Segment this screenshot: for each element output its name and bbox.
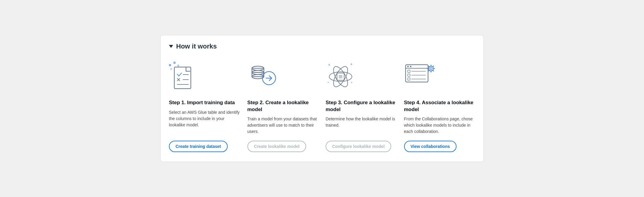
import-data-icon xyxy=(169,62,196,92)
panel-header: How it works xyxy=(169,43,475,50)
collapse-icon[interactable] xyxy=(169,45,173,48)
step-2: Step 2. Create a lookalike model Train a… xyxy=(247,59,319,152)
svg-rect-32 xyxy=(408,70,410,72)
step-1-title: Step 1. Import training data xyxy=(169,99,240,106)
svg-rect-28 xyxy=(406,65,428,82)
step-4-title: Step 4. Associate a lookalike model xyxy=(404,99,475,113)
step-4: Step 4. Associate a lookalike model From… xyxy=(404,59,475,152)
create-model-icon xyxy=(247,62,277,92)
svg-line-47 xyxy=(433,66,433,67)
svg-text:+: + xyxy=(328,62,330,67)
step-4-description: From the Collaborations page, chose whic… xyxy=(404,116,475,135)
configure-model-icon: + + + + xyxy=(326,60,356,93)
panel-title: How it works xyxy=(176,43,217,50)
associate-model-icon xyxy=(404,62,437,92)
steps-grid: Step 1. Import training data Select an A… xyxy=(169,59,475,152)
svg-rect-0 xyxy=(169,64,171,66)
step-3: + + + + Step 3. Configure a lookalike mo… xyxy=(326,59,397,152)
configure-lookalike-model-button[interactable]: Configure lookalike model xyxy=(326,141,391,152)
svg-text:+: + xyxy=(350,62,353,66)
step-2-description: Train a model from your datasets that ad… xyxy=(247,116,319,135)
how-it-works-panel: How it works xyxy=(160,35,484,162)
svg-text:+: + xyxy=(327,81,329,84)
svg-line-46 xyxy=(428,70,429,71)
step-4-icon-area xyxy=(404,59,475,95)
step-1-icon-area xyxy=(169,59,240,95)
svg-rect-1 xyxy=(173,62,176,64)
step-2-title: Step 2. Create a lookalike model xyxy=(247,99,319,113)
create-training-dataset-button[interactable]: Create training dataset xyxy=(169,141,228,152)
svg-rect-36 xyxy=(408,78,410,80)
svg-line-45 xyxy=(433,70,433,71)
svg-text:+: + xyxy=(351,81,353,84)
step-3-icon-area: + + + + xyxy=(326,59,397,95)
svg-rect-4 xyxy=(174,67,191,89)
step-2-icon-area xyxy=(247,59,319,95)
create-lookalike-model-button[interactable]: Create lookalike model xyxy=(247,141,306,152)
svg-rect-34 xyxy=(408,74,410,76)
step-3-description: Determine how the lookalike model is tra… xyxy=(326,116,397,135)
svg-point-31 xyxy=(410,66,411,67)
step-1: Step 1. Import training data Select an A… xyxy=(169,59,240,152)
svg-line-44 xyxy=(428,66,429,67)
svg-rect-2 xyxy=(177,65,179,66)
step-1-description: Select an AWS Glue table and identify th… xyxy=(169,109,240,135)
svg-rect-3 xyxy=(170,68,172,70)
svg-point-30 xyxy=(407,66,409,67)
view-collaborations-button[interactable]: View collaborations xyxy=(404,141,456,152)
step-3-title: Step 3. Configure a lookalike model xyxy=(326,99,397,113)
svg-point-39 xyxy=(430,68,432,70)
